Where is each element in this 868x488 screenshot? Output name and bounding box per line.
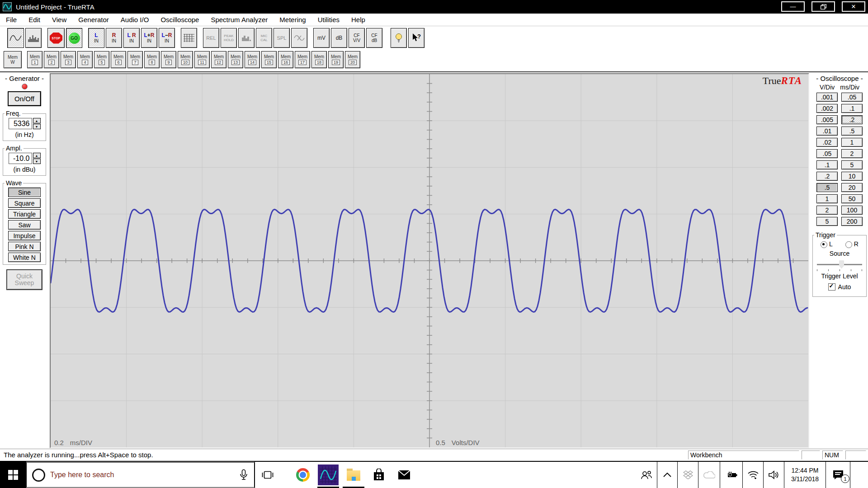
peak-hold-button[interactable]: PEAK HOLD bbox=[221, 28, 237, 48]
cortana-icon[interactable] bbox=[32, 469, 45, 482]
clear-curve-button[interactable] bbox=[291, 28, 307, 48]
input-channel-button[interactable]: R IN bbox=[106, 28, 122, 48]
amplitude-input[interactable]: -10.0 bbox=[9, 153, 32, 164]
clock-tray[interactable]: 12:44 PM 3/11/2018 bbox=[784, 462, 826, 488]
wave-type-button[interactable]: Sine bbox=[8, 188, 41, 197]
msdiv-option-button[interactable]: 5 bbox=[841, 160, 863, 169]
taskbar-app-chrome[interactable] bbox=[290, 462, 316, 488]
people-button[interactable] bbox=[636, 462, 657, 488]
generator-onoff-button[interactable]: On/Off bbox=[8, 91, 41, 106]
onedrive-tray-icon[interactable] bbox=[698, 462, 720, 488]
mem-slot-button[interactable]: Mem 12 bbox=[211, 51, 226, 68]
vdiv-option-button[interactable]: 5 bbox=[816, 217, 838, 226]
oscilloscope-view-button[interactable] bbox=[7, 28, 24, 48]
bar-display-button[interactable] bbox=[238, 28, 255, 48]
msdiv-option-button[interactable]: .1 bbox=[841, 104, 863, 113]
taskbar-search-box[interactable]: Type here to search bbox=[26, 462, 255, 488]
menu-item[interactable]: File bbox=[0, 16, 23, 23]
mem-slot-button[interactable]: Mem 15 bbox=[261, 51, 277, 68]
taskbar-app-file-explorer[interactable] bbox=[341, 462, 366, 488]
msdiv-option-button[interactable]: 20 bbox=[841, 183, 863, 192]
mem-slot-button[interactable]: Mem 16 bbox=[278, 51, 293, 68]
vdiv-option-button[interactable]: .002 bbox=[816, 104, 838, 113]
vdiv-option-button[interactable]: .005 bbox=[816, 115, 838, 124]
taskbar-app-store[interactable] bbox=[366, 462, 392, 488]
msdiv-option-button[interactable]: .2 bbox=[841, 115, 863, 124]
msdiv-option-button[interactable]: 100 bbox=[841, 206, 863, 215]
tip-button[interactable] bbox=[391, 28, 407, 48]
minimize-button[interactable]: — bbox=[781, 1, 805, 12]
menu-item[interactable]: Help bbox=[345, 16, 371, 23]
wave-type-button[interactable]: Impulse bbox=[8, 231, 41, 240]
input-channel-button[interactable]: L IN bbox=[88, 28, 104, 48]
mem-slot-button[interactable]: Mem 11 bbox=[194, 51, 210, 68]
trigger-level-slider[interactable] bbox=[817, 260, 862, 271]
frequency-input[interactable]: 5336 bbox=[9, 118, 32, 129]
restore-button[interactable] bbox=[811, 1, 835, 12]
msdiv-option-button[interactable]: 10 bbox=[841, 172, 863, 181]
frequency-down-button[interactable]: ▼ bbox=[33, 124, 41, 129]
msdiv-option-button[interactable]: .05 bbox=[841, 93, 863, 102]
action-center-button[interactable]: 1 bbox=[826, 462, 850, 488]
mem-w-button[interactable]: Mem W bbox=[4, 51, 22, 68]
menu-item[interactable]: Spectrum Analyzer bbox=[205, 16, 274, 23]
trigger-source-r-radio[interactable] bbox=[845, 241, 852, 248]
spectrum-view-button[interactable] bbox=[25, 28, 42, 48]
context-help-button[interactable]: ? bbox=[408, 28, 425, 48]
wave-type-button[interactable]: Square bbox=[8, 198, 41, 208]
input-channel-button[interactable]: L−R IN bbox=[159, 28, 175, 48]
mem-slot-button[interactable]: Mem 2 bbox=[44, 51, 59, 68]
mem-slot-button[interactable]: Mem 10 bbox=[178, 51, 193, 68]
mem-slot-button[interactable]: Mem 1 bbox=[27, 51, 42, 68]
menu-item[interactable]: Metering bbox=[274, 16, 311, 23]
dropbox-tray-icon[interactable] bbox=[677, 462, 698, 488]
trigger-source-l[interactable]: L bbox=[821, 240, 833, 248]
mem-slot-button[interactable]: Mem 20 bbox=[345, 51, 360, 68]
taskbar-app-mail[interactable] bbox=[392, 462, 417, 488]
mem-slot-button[interactable]: Mem 6 bbox=[111, 51, 126, 68]
cf-vv-button[interactable]: CF V/V bbox=[349, 28, 365, 48]
mem-slot-button[interactable]: Mem 5 bbox=[94, 51, 109, 68]
mem-slot-button[interactable]: Mem 8 bbox=[144, 51, 160, 68]
task-view-button[interactable] bbox=[255, 462, 280, 488]
mem-slot-button[interactable]: Mem 18 bbox=[311, 51, 327, 68]
vdiv-option-button[interactable]: .1 bbox=[816, 160, 838, 169]
menu-item[interactable]: Audio I/O bbox=[115, 16, 155, 23]
amplitude-down-button[interactable]: ▼ bbox=[33, 159, 41, 164]
mem-slot-button[interactable]: Mem 14 bbox=[245, 51, 260, 68]
amplitude-up-button[interactable]: ▲ bbox=[33, 153, 41, 158]
mem-slot-button[interactable]: Mem 19 bbox=[328, 51, 344, 68]
vdiv-option-button[interactable]: .2 bbox=[816, 172, 838, 181]
microphone-icon[interactable] bbox=[240, 469, 248, 481]
vdiv-option-button[interactable]: .05 bbox=[816, 149, 838, 158]
vdiv-option-button[interactable]: .01 bbox=[816, 127, 838, 136]
menu-item[interactable]: Edit bbox=[23, 16, 46, 23]
mic-cal-button[interactable]: MIC CAL bbox=[256, 28, 272, 48]
start-button[interactable] bbox=[0, 462, 26, 488]
battery-tray-icon[interactable] bbox=[720, 462, 742, 488]
close-button[interactable]: ✕ bbox=[842, 1, 865, 12]
volume-tray-icon[interactable] bbox=[763, 462, 784, 488]
mem-slot-button[interactable]: Mem 3 bbox=[61, 51, 76, 68]
mem-slot-button[interactable]: Mem 4 bbox=[77, 51, 93, 68]
input-channel-button[interactable]: L+R IN bbox=[141, 28, 157, 48]
taskbar-app-truerta[interactable] bbox=[316, 462, 341, 488]
msdiv-option-button[interactable]: 200 bbox=[841, 217, 863, 226]
msdiv-option-button[interactable]: .5 bbox=[841, 127, 863, 136]
trigger-auto-checkbox[interactable] bbox=[828, 283, 835, 291]
wave-type-button[interactable]: White N bbox=[8, 253, 41, 262]
msdiv-option-button[interactable]: 1 bbox=[841, 138, 863, 147]
stop-button[interactable]: STOP bbox=[47, 28, 65, 48]
grid-toggle-button[interactable] bbox=[181, 28, 197, 48]
msdiv-option-button[interactable]: 2 bbox=[841, 149, 863, 158]
menu-item[interactable]: Generator bbox=[72, 16, 115, 23]
cf-db-button[interactable]: CF dB bbox=[366, 28, 382, 48]
mem-slot-button[interactable]: Mem 9 bbox=[161, 51, 176, 68]
show-hidden-icons-button[interactable] bbox=[657, 462, 677, 488]
mem-slot-button[interactable]: Mem 7 bbox=[127, 51, 143, 68]
mem-slot-button[interactable]: Mem 13 bbox=[228, 51, 243, 68]
quick-sweep-button[interactable]: Quick Sweep bbox=[6, 269, 42, 290]
input-channel-button[interactable]: L R IN bbox=[123, 28, 140, 48]
frequency-up-button[interactable]: ▲ bbox=[33, 118, 41, 123]
go-button[interactable]: GO bbox=[66, 28, 82, 48]
